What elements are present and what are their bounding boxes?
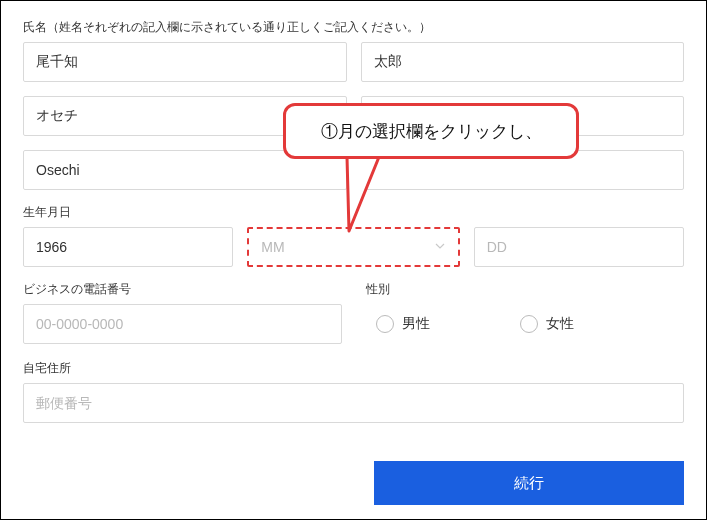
gender-female-radio[interactable]: 女性 xyxy=(520,315,574,333)
gender-female-label: 女性 xyxy=(546,315,574,333)
gender-male-radio[interactable]: 男性 xyxy=(376,315,430,333)
radio-icon xyxy=(520,315,538,333)
dob-year-input[interactable] xyxy=(23,227,233,267)
chevron-down-icon xyxy=(434,239,446,255)
callout-tail xyxy=(333,157,383,237)
instruction-callout: ①月の選択欄をクリックし、 xyxy=(283,103,579,159)
first-name-input[interactable] xyxy=(361,42,685,82)
gender-label: 性別 xyxy=(366,281,685,298)
continue-label: 続行 xyxy=(514,474,544,493)
postal-input[interactable] xyxy=(23,383,684,423)
continue-button[interactable]: 続行 xyxy=(374,461,684,505)
dob-day-select[interactable]: DD xyxy=(474,227,684,267)
last-name-input[interactable] xyxy=(23,42,347,82)
radio-icon xyxy=(376,315,394,333)
instruction-text: ①月の選択欄をクリックし、 xyxy=(321,120,542,143)
gender-male-label: 男性 xyxy=(402,315,430,333)
phone-label: ビジネスの電話番号 xyxy=(23,281,342,298)
phone-input[interactable] xyxy=(23,304,342,344)
dob-day-placeholder: DD xyxy=(487,239,507,255)
address-label: 自宅住所 xyxy=(23,360,684,377)
svg-marker-0 xyxy=(347,157,379,231)
name-label: 氏名（姓名それぞれの記入欄に示されている通り正しくご記入ください。） xyxy=(23,19,684,36)
dob-month-placeholder: MM xyxy=(261,239,284,255)
